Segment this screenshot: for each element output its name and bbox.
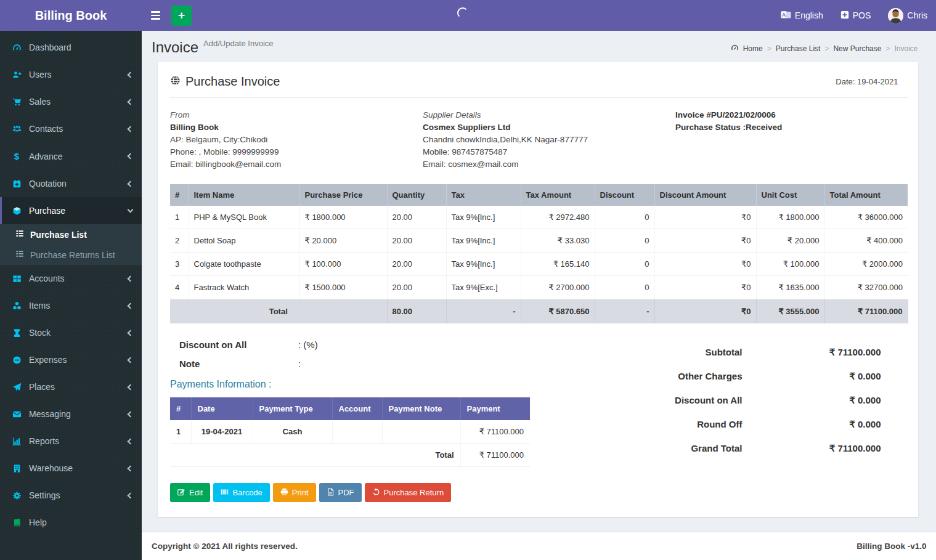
sidebar-item-settings[interactable]: Settings: [0, 482, 142, 509]
sidebar-item-warehouse[interactable]: Warehouse: [0, 455, 142, 482]
chevron-left-icon: [128, 465, 134, 471]
footer: Copyright © 2021 All rights reserved. Bi…: [142, 532, 936, 560]
cubes-icon: [11, 301, 22, 310]
table-row: 1 PHP & MySQL Book ₹ 1800.000 20.00 Tax …: [170, 206, 908, 229]
table-row: 4 Fastrack Watch ₹ 1500.000 20.00 Tax 9%…: [170, 276, 908, 299]
language-menu[interactable]: A English: [772, 0, 832, 31]
payment-row: 1 19-04-2021 Cash ₹ 71100.000: [170, 420, 530, 444]
sidebar-item-reports[interactable]: Reports: [0, 428, 142, 455]
quick-add-button[interactable]: +: [171, 6, 192, 26]
invoice-meta-block: Invoice #PU/2021/02/0006 Purchase Status…: [675, 109, 782, 171]
from-block: From Billing Book AP: Belgaum, City:Chik…: [170, 109, 423, 171]
app-logo[interactable]: Billing Book: [0, 0, 142, 31]
footer-copyright: Copyright © 2021 All rights reserved.: [152, 542, 298, 551]
breadcrumb-home[interactable]: Home: [743, 44, 763, 53]
chevron-left-icon: [128, 411, 134, 417]
gears-icon: [11, 491, 22, 500]
items-total-row: Total 80.00 - ₹ 5870.650 - ₹0 ₹ 3555.000…: [170, 299, 908, 324]
page-title: Invoice: [152, 39, 198, 56]
breadcrumb-current: Invoice: [894, 44, 918, 53]
sidebar-item-messaging[interactable]: Messaging: [0, 400, 142, 428]
summary-grand-total: Grand Total ₹ 71100.000: [619, 443, 881, 454]
invoice-summary: Subtotal ₹ 71100.000 Other Charges ₹ 0.0…: [619, 337, 908, 502]
from-phone: Phone: , Mobile: 9999999999: [170, 146, 423, 158]
breadcrumb-purchase-list[interactable]: Purchase List: [776, 44, 821, 53]
payments-total-row: Total ₹ 71100.000: [170, 444, 530, 467]
top-navbar: Billing Book + A English POS Chris: [0, 0, 936, 31]
printer-icon: [280, 488, 288, 498]
sidebar-item-places[interactable]: Places: [0, 373, 142, 400]
chevron-left-icon: [128, 99, 134, 105]
grid-icon: [11, 274, 22, 283]
book-icon: [11, 518, 22, 527]
breadcrumb: Home > Purchase List > New Purchase > In…: [731, 44, 918, 54]
from-address: AP: Belgaum, City:Chikodi: [170, 134, 423, 146]
building-icon: [11, 464, 22, 473]
action-buttons: Edit Barcode Print PDF: [170, 483, 619, 502]
summary-other-charges: Other Charges ₹ 0.000: [619, 371, 881, 382]
envelope-icon: [11, 410, 22, 419]
breadcrumb-new-purchase[interactable]: New Purchase: [833, 44, 881, 53]
supplier-email: Email: cosmex@mail.com: [423, 158, 675, 171]
chevron-left-icon: [128, 330, 134, 336]
language-icon: A: [781, 10, 791, 21]
cart-icon: [11, 97, 22, 107]
purchase-return-button[interactable]: Purchase Return: [365, 483, 452, 502]
purchase-status: Purchase Status :Received: [675, 121, 782, 134]
sidebar-toggle-icon[interactable]: [142, 0, 169, 31]
paper-plane-icon: [11, 383, 22, 392]
chevron-left-icon: [128, 302, 134, 309]
sidebar-item-purchase-list[interactable]: Purchase List: [0, 224, 142, 245]
supplier-address: Chandni chowkIndia,Delhi,KK Nagar-877777: [423, 134, 675, 146]
chevron-left-icon: [128, 71, 134, 78]
pdf-button[interactable]: PDF: [319, 483, 362, 502]
barcode-button[interactable]: Barcode: [213, 483, 269, 502]
sidebar-item-accounts[interactable]: Accounts: [0, 265, 142, 292]
bar-chart-icon: [11, 437, 22, 446]
sidebar-item-dashboard[interactable]: Dashboard: [0, 34, 142, 61]
list-icon: [15, 229, 24, 240]
sidebar-item-quotation[interactable]: Quotation: [0, 170, 142, 197]
edit-icon: [177, 488, 185, 498]
chevron-left-icon: [128, 181, 134, 187]
invoice-items-table: # Item Name Purchase Price Quantity Tax …: [170, 184, 908, 323]
supplier-name: Cosmex Suppliers Ltd: [423, 121, 675, 134]
globe-icon: [170, 75, 181, 89]
user-menu[interactable]: Chris: [879, 0, 936, 31]
from-email: Email: billingbook@email.com: [170, 158, 423, 171]
chevron-left-icon: [128, 492, 134, 498]
chevron-left-icon: [128, 153, 134, 160]
loading-spinner-icon: [457, 7, 468, 18]
chevron-left-icon: [128, 357, 134, 363]
gauge-icon: [731, 44, 739, 54]
sidebar-item-items[interactable]: Items: [0, 292, 142, 319]
summary-subtotal: Subtotal ₹ 71100.000: [619, 347, 881, 358]
barcode-icon: [221, 488, 229, 498]
sidebar-item-contacts[interactable]: Contacts: [0, 115, 142, 142]
invoice-date: Date: 19-04-2021: [836, 77, 908, 86]
minus-circle-icon: [11, 355, 22, 365]
list-icon: [15, 250, 24, 260]
purchase-invoice-card: Purchase Invoice Date: 19-04-2021 From B…: [158, 62, 918, 517]
svg-text:A: A: [782, 11, 786, 17]
sidebar-item-sales[interactable]: Sales: [0, 88, 142, 115]
from-name: Billing Book: [170, 121, 423, 134]
sidebar-item-users[interactable]: Users: [0, 61, 142, 88]
discount-on-all-row: Discount on All : (%): [179, 339, 619, 350]
sidebar-item-purchase[interactable]: Purchase: [0, 197, 142, 224]
sidebar-item-stock[interactable]: Stock: [0, 319, 142, 346]
cube-icon: [11, 206, 22, 216]
file-pdf-icon: [327, 488, 335, 498]
sidebar-item-expenses[interactable]: Expenses: [0, 346, 142, 373]
note-row: Note :: [179, 359, 619, 369]
supplier-mobile: Mobile: 987457875487: [423, 146, 675, 158]
sidebar-item-help[interactable]: Help: [0, 509, 142, 536]
pos-menu[interactable]: POS: [832, 0, 880, 31]
sidebar-item-purchase-returns-list[interactable]: Purchase Returns List: [0, 245, 142, 265]
chevron-left-icon: [128, 384, 134, 390]
user-plus-icon: [11, 70, 22, 79]
gauge-icon: [11, 43, 22, 52]
print-button[interactable]: Print: [273, 483, 316, 502]
sidebar-item-advance[interactable]: $ Advance: [0, 142, 142, 170]
edit-button[interactable]: Edit: [170, 483, 210, 502]
